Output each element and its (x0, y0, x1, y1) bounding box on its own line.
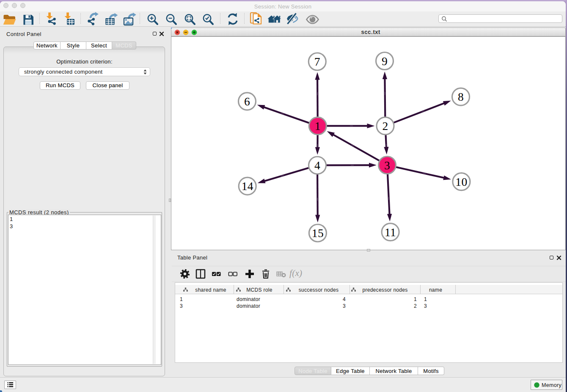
svg-text:14: 14 (242, 179, 253, 193)
svg-text:8: 8 (458, 90, 464, 103)
svg-text:11: 11 (385, 226, 396, 239)
svg-text:9: 9 (382, 55, 388, 68)
svg-text:1: 1 (315, 119, 321, 133)
svg-text:6: 6 (244, 95, 250, 108)
svg-text:2: 2 (382, 119, 388, 133)
svg-text:15: 15 (312, 226, 324, 240)
svg-text:3: 3 (384, 159, 390, 172)
svg-text:7: 7 (314, 55, 320, 68)
svg-text:10: 10 (455, 175, 467, 188)
svg-text:4: 4 (314, 159, 320, 172)
